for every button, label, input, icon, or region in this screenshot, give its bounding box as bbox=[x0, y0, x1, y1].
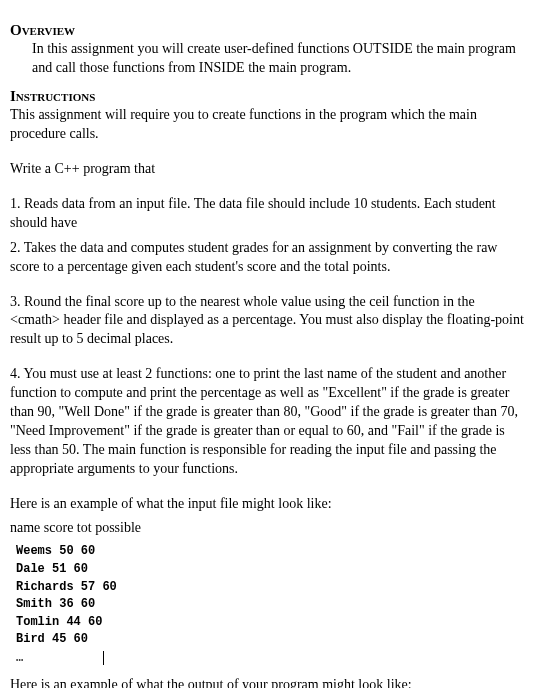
instructions-step1: 1. Reads data from an input file. The da… bbox=[10, 195, 527, 233]
overview-heading: Overview bbox=[10, 20, 527, 40]
example-input-line: Richards 57 60 bbox=[16, 580, 527, 596]
example-input-header: name score tot possible bbox=[10, 519, 527, 538]
instructions-step4: 4. You must use at least 2 functions: on… bbox=[10, 365, 527, 478]
example-input-lead: Here is an example of what the input fil… bbox=[10, 495, 527, 514]
example-input-line: Bird 45 60 bbox=[16, 632, 527, 648]
example-input-line: Smith 36 60 bbox=[16, 597, 527, 613]
overview-body: In this assignment you will create user-… bbox=[10, 40, 527, 78]
instructions-heading: Instructions bbox=[10, 86, 527, 106]
example-output-lead: Here is an example of what the output of… bbox=[10, 676, 527, 688]
instructions-intro: This assignment will require you to crea… bbox=[10, 106, 527, 144]
instructions-step2: 2. Takes the data and computes student g… bbox=[10, 239, 527, 277]
instructions-step3: 3. Round the final score up to the neare… bbox=[10, 293, 527, 350]
example-input-line: Dale 51 60 bbox=[16, 562, 527, 578]
text-cursor-icon bbox=[103, 651, 104, 665]
example-input-line: Tomlin 44 60 bbox=[16, 615, 527, 631]
example-input-line: Weems 50 60 bbox=[16, 544, 527, 560]
instructions-write: Write a C++ program that bbox=[10, 160, 527, 179]
ellipsis-icon: … bbox=[16, 650, 23, 666]
